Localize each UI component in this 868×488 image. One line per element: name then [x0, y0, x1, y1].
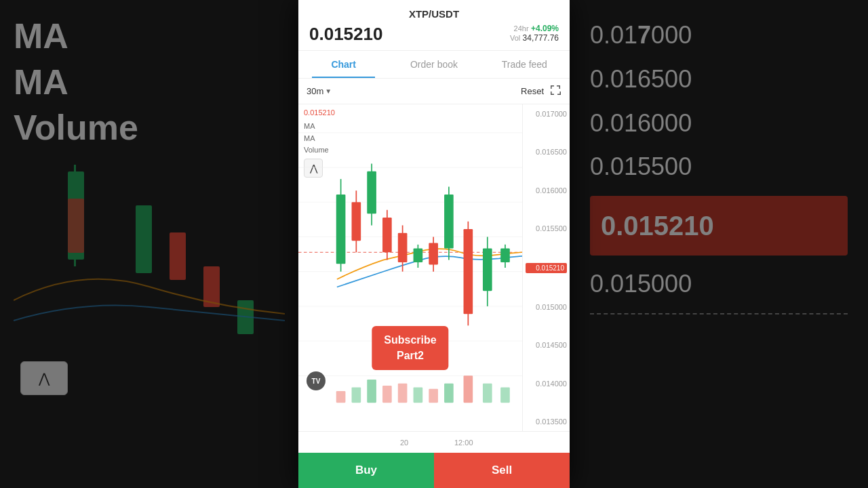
bg-price-highlight: 0.015210: [590, 196, 848, 256]
bg-label-ma2: MA: [14, 60, 285, 106]
candlestick-chart: [298, 104, 522, 431]
tv-watermark: TV: [307, 371, 326, 390]
phone-panel: XTP/USDT 0.015210 24hr +4.09% Vol 34,777…: [298, 0, 570, 488]
svg-rect-31: [336, 391, 346, 403]
price-0.014000: 0.014000: [526, 380, 567, 388]
price-0.013500: 0.013500: [526, 418, 567, 426]
svg-rect-14: [367, 171, 376, 214]
bg-price-5: 0.015000: [590, 262, 848, 306]
buy-button[interactable]: Buy: [298, 453, 434, 488]
current-price: 0.015210: [309, 24, 382, 45]
bg-price-3: 0.016000: [590, 102, 848, 146]
reset-button[interactable]: Reset: [521, 86, 544, 96]
svg-rect-24: [444, 195, 454, 249]
bg-price-1: 0.017000: [590, 14, 848, 58]
chart-container: 0.015210 MA MA Volume ⋀: [298, 104, 570, 431]
price-0.015500: 0.015500: [526, 224, 567, 232]
svg-rect-34: [382, 386, 392, 403]
timeframe-button[interactable]: 30m ▼: [307, 86, 332, 96]
svg-rect-35: [398, 384, 408, 403]
vol-value: 34,777.76: [523, 33, 559, 43]
price-axis: 0.017000 0.016500 0.016000 0.015500 0.01…: [522, 104, 570, 431]
price-stats: 24hr +4.09% Vol 34,777.76: [510, 24, 559, 43]
vol-label: Vol: [510, 34, 520, 42]
change-value: +4.09%: [531, 24, 559, 33]
svg-rect-32: [352, 387, 361, 403]
pair-title: XTP/USDT: [309, 8, 559, 20]
sell-button[interactable]: Sell: [434, 453, 570, 488]
subscribe-text-line2: Part2: [384, 348, 436, 363]
price-0.014500: 0.014500: [526, 341, 567, 349]
vol-row: Vol 34,777.76: [510, 33, 559, 43]
svg-rect-16: [382, 218, 392, 252]
svg-rect-12: [352, 202, 361, 241]
time-label-1200: 12:00: [454, 439, 473, 447]
tabs: Chart Order book Trade feed: [298, 51, 570, 79]
svg-rect-22: [429, 243, 438, 265]
price-0.016000: 0.016000: [526, 186, 567, 195]
svg-rect-38: [444, 384, 454, 403]
svg-rect-26: [464, 229, 473, 314]
svg-rect-37: [429, 389, 438, 403]
svg-rect-39: [464, 375, 473, 403]
bg-label-volume: Volume: [14, 105, 285, 151]
background-left: MA MA Volume ⋀: [0, 0, 298, 488]
svg-rect-20: [414, 249, 423, 262]
tab-orderbook[interactable]: Order book: [389, 51, 479, 78]
svg-rect-41: [500, 387, 510, 403]
bg-label-ma1: MA: [14, 14, 285, 60]
price-current: 0.015210: [526, 263, 567, 273]
tab-chart[interactable]: Chart: [298, 51, 389, 78]
bg-price-2: 0.016500: [590, 58, 848, 102]
toolbar: 30m ▼ Reset: [298, 79, 570, 104]
bg-price-4: 0.015500: [590, 145, 848, 189]
svg-rect-36: [414, 387, 423, 403]
svg-rect-10: [336, 195, 346, 264]
time-label-20: 20: [400, 439, 408, 447]
subscribe-text-line1: Subscribe: [384, 333, 436, 348]
svg-rect-18: [398, 233, 408, 262]
change-row: 24hr +4.09%: [510, 24, 559, 33]
subscribe-overlay[interactable]: Subscribe Part2: [372, 326, 448, 370]
action-buttons: Buy Sell: [298, 453, 570, 488]
time-axis: 20 12:00: [298, 431, 570, 453]
header: XTP/USDT 0.015210 24hr +4.09% Vol 34,777…: [298, 0, 570, 51]
svg-rect-40: [483, 384, 492, 403]
svg-rect-33: [367, 380, 376, 403]
change-label: 24hr: [514, 24, 529, 33]
tab-tradefeed[interactable]: Trade feed: [479, 51, 570, 78]
price-row: 0.015210 24hr +4.09% Vol 34,777.76: [309, 24, 559, 45]
chart-main: 0.015210 MA MA Volume ⋀: [298, 104, 522, 431]
timeframe-label: 30m: [307, 86, 323, 96]
background-right: 0.017000 0.016500 0.016000 0.015500 0.01…: [570, 0, 868, 488]
price-0.015000: 0.015000: [526, 303, 567, 311]
price-0.016500: 0.016500: [526, 148, 567, 156]
svg-rect-28: [483, 249, 492, 291]
expand-button[interactable]: [549, 84, 561, 98]
svg-rect-30: [500, 249, 510, 262]
price-0.017000: 0.017000: [526, 110, 567, 118]
chevron-down-icon: ▼: [325, 87, 332, 95]
expand-icon: [549, 84, 561, 96]
